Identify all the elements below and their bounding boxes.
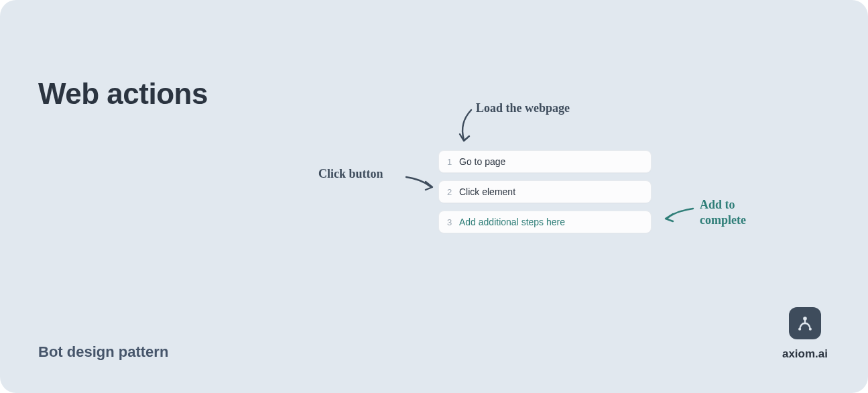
annotation-click-button: Click button bbox=[318, 166, 383, 182]
svg-point-1 bbox=[798, 328, 801, 331]
arrow-left-icon bbox=[660, 206, 696, 223]
arrow-right-icon bbox=[404, 173, 437, 193]
step-label: Add additional steps here bbox=[459, 217, 565, 227]
annotation-add-to-complete: Add to complete bbox=[700, 197, 746, 229]
page-title: Web actions bbox=[38, 77, 208, 111]
brand-block: axiom.ai bbox=[782, 307, 828, 361]
step-number: 1 bbox=[447, 157, 459, 167]
step-number: 2 bbox=[447, 187, 459, 197]
brand-logo-icon bbox=[789, 307, 821, 339]
annotation-load-webpage: Load the webpage bbox=[476, 101, 570, 116]
steps-list: 1 Go to page 2 Click element 3 Add addit… bbox=[438, 150, 652, 241]
svg-point-2 bbox=[809, 328, 812, 331]
subtitle: Bot design pattern bbox=[38, 343, 168, 361]
step-go-to-page[interactable]: 1 Go to page bbox=[438, 150, 652, 173]
step-label: Go to page bbox=[459, 156, 505, 167]
diagram-canvas: Web actions 1 Go to page 2 Click element… bbox=[0, 0, 868, 393]
step-label: Click element bbox=[459, 186, 515, 197]
step-add-additional[interactable]: 3 Add additional steps here bbox=[438, 211, 652, 233]
step-click-element[interactable]: 2 Click element bbox=[438, 180, 652, 203]
step-number: 3 bbox=[447, 217, 459, 227]
brand-name: axiom.ai bbox=[782, 347, 828, 361]
